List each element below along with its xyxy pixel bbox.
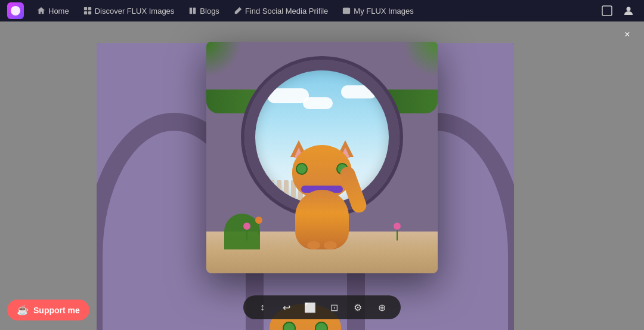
edit-icon: [234, 7, 242, 15]
grid-icon: [83, 7, 92, 15]
header-actions: ×: [599, 2, 637, 19]
modal-image: [206, 41, 438, 273]
support-me-button[interactable]: ☕ Support me: [7, 300, 89, 320]
svg-point-7: [627, 7, 631, 11]
cat-body: [295, 189, 349, 249]
app-logo[interactable]: [7, 2, 24, 19]
resize-button[interactable]: ↕: [255, 300, 270, 314]
nav-social-label: Find Social Media Prifile: [245, 7, 328, 16]
home-icon: [37, 7, 45, 15]
cloud-2: [303, 97, 333, 109]
svg-rect-3: [88, 11, 91, 14]
peek-eye-right: [315, 322, 328, 330]
nav-home-label: Home: [48, 7, 69, 16]
svg-rect-6: [602, 6, 612, 16]
nav-social[interactable]: Find Social Media Prifile: [228, 4, 334, 18]
support-heart-icon: ☕: [17, 304, 29, 316]
svg-rect-2: [84, 11, 87, 14]
main-content: ↕ ↩ ⬜ ⊡ ⚙ ⊕: [0, 21, 644, 330]
crop-button[interactable]: ⊡: [327, 300, 341, 314]
flower-3: [392, 222, 402, 240]
cat-paw-left: [307, 240, 320, 249]
nav-my-images-label: My FLUX Images: [354, 7, 413, 16]
close-icon: ×: [624, 29, 630, 40]
image-icon: [342, 7, 351, 15]
user-profile-button[interactable]: [620, 2, 637, 19]
add-image-button[interactable]: [599, 2, 615, 19]
cat-eye-left: [296, 162, 308, 174]
nav-my-images[interactable]: My FLUX Images: [336, 4, 419, 18]
cat-character: [274, 129, 370, 249]
nav-blogs[interactable]: Blogs: [182, 4, 225, 18]
cat-paw-right: [324, 240, 337, 249]
stone-wall: [206, 41, 438, 273]
nav-home[interactable]: Home: [31, 4, 75, 18]
flower-2: [254, 216, 264, 234]
vine-top-right: [402, 41, 438, 77]
copy-button[interactable]: ⬜: [303, 300, 317, 314]
svg-rect-0: [84, 7, 87, 10]
cloud-3: [341, 85, 377, 98]
nav-discover-label: Discover FLUX Images: [95, 7, 175, 16]
header: Home Discover FLUX Images Blogs Find Soc…: [0, 0, 644, 21]
svg-rect-1: [88, 7, 91, 10]
peek-eye-left: [283, 322, 296, 330]
support-label: Support me: [33, 306, 80, 315]
nav-discover[interactable]: Discover FLUX Images: [78, 4, 181, 18]
settings-button[interactable]: ⚙: [351, 300, 365, 314]
vine-top-left: [206, 41, 242, 77]
flower-1: [242, 222, 252, 240]
image-toolbar: ↕ ↩ ⬜ ⊡ ⚙ ⊕: [243, 295, 401, 319]
zoom-button[interactable]: ⊕: [374, 300, 389, 314]
undo-button[interactable]: ↩: [279, 300, 293, 314]
close-button[interactable]: ×: [619, 26, 636, 43]
nav-blogs-label: Blogs: [200, 7, 219, 16]
book-icon: [188, 7, 197, 15]
